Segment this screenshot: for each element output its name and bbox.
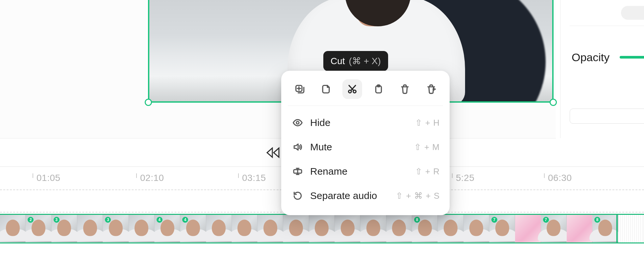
speaker-icon (291, 140, 304, 154)
ruler-tick (33, 173, 33, 178)
delete-button[interactable] (395, 79, 415, 99)
timeline-thumbnail[interactable] (309, 215, 335, 242)
timeline-thumbnail[interactable] (258, 215, 283, 242)
separate-icon (291, 189, 304, 202)
opacity-slider[interactable] (620, 56, 644, 59)
timeline-thumbnail[interactable] (515, 215, 541, 242)
divider (570, 26, 644, 26)
duplicate-button[interactable] (290, 79, 310, 99)
svg-point-5 (296, 121, 299, 124)
context-toolbar (288, 78, 443, 106)
ripple-delete-button[interactable] (421, 79, 441, 99)
paste-button[interactable] (369, 79, 388, 99)
trash-icon (399, 84, 410, 95)
timeline-thumbnail[interactable] (464, 215, 489, 242)
menu-item-shortcut: ⇧ + ⌘ + S (396, 191, 440, 201)
paste-icon (373, 84, 384, 95)
menu-item-separate-audio[interactable]: Separate audio⇧ + ⌘ + S (288, 184, 443, 208)
menu-item-shortcut: ⇧ + H (415, 118, 440, 128)
divider (0, 138, 556, 138)
duplicate-icon (294, 84, 305, 95)
ruler-label: 01:05 (37, 173, 61, 183)
ruler-label: 03:15 (242, 173, 266, 183)
tooltip-cut: Cut (⌘ + X) (323, 51, 388, 71)
playback-controls (0, 143, 556, 163)
rename-icon (291, 165, 304, 178)
panel-pill[interactable] (621, 6, 644, 20)
property-input[interactable] (570, 109, 644, 124)
properties-panel: Opacity (560, 0, 644, 138)
thumbnail-badge: 2 (28, 217, 34, 223)
preview-area (0, 0, 556, 138)
ruler-tick (136, 173, 137, 178)
timeline-thumbnail[interactable] (360, 215, 386, 242)
timeline-thumbnail[interactable] (618, 215, 644, 242)
clip-resize-handle[interactable] (145, 99, 152, 106)
clip-resize-handle[interactable] (550, 99, 557, 106)
timeline-thumbnail[interactable] (567, 215, 592, 242)
ruler-tick (452, 173, 453, 178)
thumbnail-badge: 3 (54, 217, 60, 223)
rewind-button[interactable] (264, 145, 282, 160)
thumbnail-badge: 7 (491, 217, 497, 223)
ruler-label: 06:30 (548, 173, 572, 183)
timeline-clip-strip[interactable]: 233448778 (0, 214, 644, 243)
timeline-thumbnail[interactable] (386, 215, 412, 242)
thumbnail-badge: 8 (414, 217, 420, 223)
cut-icon (347, 84, 358, 95)
thumbnail-badge: 4 (157, 217, 162, 223)
timeline-thumbnail[interactable]: 8 (412, 215, 438, 242)
menu-item-label: Rename (310, 166, 347, 177)
timeline-thumbnail[interactable] (0, 215, 26, 242)
thumbnail-badge: 8 (594, 217, 600, 223)
copy-button[interactable] (316, 79, 336, 99)
thumbnail-badge: 3 (105, 217, 111, 223)
menu-item-hide[interactable]: Hide⇧ + H (288, 111, 443, 135)
ruler-label: 02:10 (140, 173, 164, 183)
menu-item-shortcut: ⇧ + R (415, 166, 440, 177)
thumbnail-badge: 4 (182, 217, 188, 223)
tooltip-label: Cut (331, 56, 345, 66)
thumbnail-badge: 7 (543, 217, 549, 223)
menu-item-label: Hide (310, 117, 331, 128)
context-menu: Hide⇧ + HMute⇧ + MRename⇧ + RSeparate au… (281, 71, 450, 215)
timeline-thumbnail[interactable] (232, 215, 258, 242)
opacity-label: Opacity (572, 51, 609, 64)
menu-item-label: Separate audio (310, 190, 377, 201)
ruler-tick (544, 173, 545, 178)
timeline-thumbnail[interactable] (438, 215, 463, 242)
timeline-thumbnail[interactable] (335, 215, 360, 242)
copy-icon (320, 84, 332, 95)
timeline-thumbnail[interactable]: 3 (52, 215, 77, 242)
timeline-thumbnail[interactable]: 7 (489, 215, 515, 242)
menu-item-mute[interactable]: Mute⇧ + M (288, 135, 443, 159)
timeline-thumbnail[interactable]: 4 (155, 215, 180, 242)
timeline-thumbnail[interactable] (283, 215, 309, 242)
timeline-thumbnail[interactable]: 8 (592, 215, 618, 242)
timeline-thumbnail[interactable]: 2 (26, 215, 51, 242)
timeline-thumbnail[interactable] (77, 215, 103, 242)
timeline-thumbnail[interactable]: 4 (180, 215, 206, 242)
cut-button[interactable] (342, 79, 362, 99)
timeline-thumbnail[interactable] (129, 215, 155, 242)
timeline-thumbnail[interactable]: 3 (103, 215, 129, 242)
tooltip-shortcut: (⌘ + X) (349, 56, 381, 66)
ripple-delete-icon (426, 84, 437, 95)
clip-end-handle[interactable] (616, 214, 618, 243)
timeline-thumbnail[interactable] (206, 215, 232, 242)
menu-item-label: Mute (310, 141, 332, 153)
timeline-thumbnail[interactable]: 7 (541, 215, 567, 242)
menu-item-shortcut: ⇧ + M (414, 142, 440, 152)
ruler-label: 5:25 (456, 173, 475, 183)
eye-icon (291, 116, 304, 129)
context-menu-list: Hide⇧ + HMute⇧ + MRename⇧ + RSeparate au… (288, 106, 443, 208)
ruler-tick (238, 173, 239, 178)
menu-item-rename[interactable]: Rename⇧ + R (288, 159, 443, 184)
